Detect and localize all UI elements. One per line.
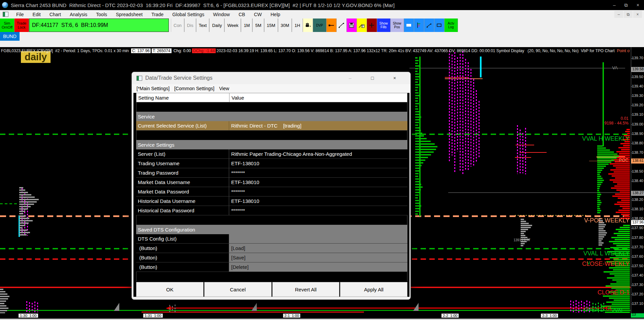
dialog-close-button[interactable]: × [390, 74, 399, 82]
dvp-button[interactable]: DVP [313, 19, 327, 32]
volume-profile-bar [521, 235, 525, 236]
setting-row-dts-config-list[interactable]: DTS Config (List) [136, 234, 407, 244]
volume-profile-bar [415, 194, 419, 196]
activity-log-button[interactable]: ActvLog [444, 19, 458, 32]
mdi-close-button[interactable]: × [633, 11, 642, 18]
revert-all-button[interactable]: Revert All [272, 282, 340, 297]
volume-profile-bar [415, 73, 419, 75]
setting-row-trading-password[interactable]: Trading Password******* [136, 168, 407, 178]
trade-lock-button[interactable]: Trade Lock [14, 19, 29, 32]
calculator-line-tool[interactable] [357, 19, 367, 32]
show-pos-button[interactable]: ShowPos [391, 19, 404, 32]
menu-item-cw[interactable]: CW [249, 11, 266, 18]
setting-row-button[interactable]: (Button)[Save] [136, 253, 407, 262]
ok-button[interactable]: OK [136, 282, 204, 297]
level-label-vval-l-weekly: VVAL L WEEKLY [583, 250, 630, 257]
setting-row-trading-username[interactable]: Trading UsernameETF-138010 [136, 159, 407, 168]
menu-item-help[interactable]: Help [266, 11, 285, 18]
setting-row-button[interactable]: (Button)[Delete] [136, 262, 407, 272]
toolbar-button-daily[interactable]: Daily [209, 19, 224, 32]
price-tick: 139.30 [631, 94, 644, 98]
setting-name: Current Selected Service (List) [136, 121, 229, 130]
volume-profile-bar [415, 192, 420, 193]
dialog-titlebar[interactable]: Data/Trade Service Settings – □ × [132, 72, 410, 84]
horizontal-line-tool[interactable] [327, 19, 337, 32]
trendline-tool[interactable] [337, 19, 347, 32]
setting-row-button[interactable]: (Button)[Load] [136, 244, 407, 253]
toolbar-button-1m[interactable]: 1M [241, 19, 252, 32]
toolbar-button-dis[interactable]: Dis [184, 19, 196, 32]
setting-row-current-selected-service-list[interactable]: Current Selected Service (List)Rithmic D… [136, 121, 407, 131]
rectangle-filled-tool[interactable] [404, 19, 414, 32]
menu-item-trade[interactable]: Trade [147, 11, 168, 18]
menu-item-global-settings[interactable]: Global Settings [168, 11, 209, 18]
tpo-column [570, 300, 571, 313]
time-axis[interactable]: 13 1-30 1:001-31 1:002-1 1:002-2 1:002-3… [0, 313, 644, 319]
menu-item-file[interactable]: File [12, 11, 28, 18]
price-tick: 139.20 [631, 103, 644, 108]
setting-button-value[interactable]: [Save] [229, 253, 407, 262]
section-row-service-settings: Service Settings [136, 140, 407, 149]
price-scale[interactable]: 139.70139.50139.40139.30139.20139.10139.… [631, 47, 644, 313]
volume-profile-bar [0, 289, 3, 290]
apply-all-button[interactable]: Apply All [340, 282, 407, 297]
setting-button-value[interactable]: [Load] [229, 244, 407, 253]
app-minimize-button[interactable]: – [613, 2, 616, 8]
app-restore-button[interactable]: ⧉ [624, 2, 628, 8]
tab-bund[interactable]: BUND [0, 32, 20, 41]
volume-profile-tool[interactable] [414, 19, 424, 32]
app-close-button[interactable]: × [637, 2, 639, 8]
volume-profile-bar [618, 210, 630, 211]
toolbar-button-30m[interactable]: 30M [278, 19, 292, 32]
menu-item-tools[interactable]: Tools [92, 11, 112, 18]
menu-item-window[interactable]: Window [209, 11, 234, 18]
menu-item-spreadsheet[interactable]: Spreadsheet [112, 11, 147, 18]
save-chart-button[interactable] [347, 19, 357, 32]
tpo-column [479, 101, 480, 158]
volume-profile-bar [415, 213, 418, 215]
volume-profile-bar [415, 106, 418, 107]
segment-tool[interactable] [424, 19, 434, 32]
show-fills-button[interactable]: ShowFills [377, 19, 391, 32]
dialog-menu-view[interactable]: View [219, 86, 229, 91]
menu-item-chart[interactable]: Chart [45, 11, 65, 18]
volume-profile-bar [19, 220, 33, 221]
toolbar-button-con[interactable]: Con [171, 19, 184, 32]
setting-row-market-data-username[interactable]: Market Data UsernameETF-138010 [136, 178, 407, 187]
sim-onoff-button[interactable]: Sim On\Off [0, 19, 14, 32]
volume-profile-bar [415, 133, 422, 134]
volume-profile-bar [415, 205, 421, 207]
tpo-column [576, 300, 577, 313]
rectangle-outline-tool[interactable] [434, 19, 444, 32]
menu-item-edit[interactable]: Edit [28, 11, 45, 18]
volume-profile-bar [616, 167, 630, 169]
mdi-restore-button[interactable]: ⧉ [624, 11, 633, 18]
setting-row-historical-data-password[interactable]: Historical Data Password******* [136, 206, 407, 215]
price-badge: 138.61 [631, 158, 644, 164]
pan-hand-tool[interactable] [303, 19, 313, 32]
menu-item-cb[interactable]: CB [234, 11, 249, 18]
mdi-minimize-button[interactable]: – [614, 11, 623, 18]
dialog-minimize-button[interactable]: – [346, 74, 355, 82]
dialog-maximize-button[interactable]: □ [368, 74, 377, 82]
toolbar-button-text[interactable]: Text [196, 19, 210, 32]
toolbar-button-15m[interactable]: 15M [264, 19, 278, 32]
cancel-button[interactable]: Cancel [204, 282, 272, 297]
volume-profile-bar [620, 206, 630, 207]
volume-profile-bar [617, 235, 630, 236]
volume-profile-bar [626, 129, 630, 130]
toolbar-button-1h[interactable]: 1H [292, 19, 303, 32]
menu-item-analysis[interactable]: Analysis [65, 11, 92, 18]
volume-profile-bar [597, 186, 600, 187]
toolbar-button-5m[interactable]: 5M [252, 19, 264, 32]
setting-button-value[interactable]: [Delete] [229, 262, 407, 272]
setting-row-server-list[interactable]: Server (List)Rithmic Paper Trading-Chica… [136, 149, 407, 159]
volume-profile-bar [597, 200, 601, 201]
setting-row-market-data-password[interactable]: Market Data Password******* [136, 187, 407, 197]
toolbar-button-week[interactable]: Week [224, 19, 241, 32]
crosshair-tool[interactable] [367, 19, 377, 32]
volume-profile-bar [597, 174, 600, 175]
setting-row-historical-data-username[interactable]: Historical Data UsernameETF-138010 [136, 197, 407, 206]
dialog-menu-main-settings[interactable]: [*Main Settings] [136, 86, 170, 91]
dialog-menu-common-settings[interactable]: [Common Settings] [174, 86, 214, 91]
